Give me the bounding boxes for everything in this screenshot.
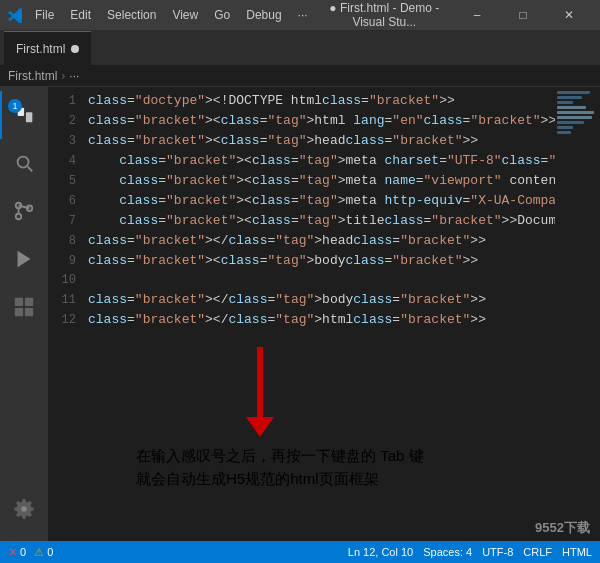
error-count[interactable]: ✕ 0	[8, 546, 26, 559]
line-content: class="bracket"></class="tag">headclass=…	[88, 231, 486, 250]
settings-button[interactable]	[0, 485, 48, 533]
code-line: 2class="bracket"><class="tag">html lang=…	[48, 111, 555, 131]
line-content: class="bracket"><class="tag">headclass="…	[88, 131, 478, 150]
spaces-text: Spaces: 4	[423, 546, 472, 558]
menu-bar: File Edit Selection View Go Debug ···	[28, 6, 315, 24]
line-number: 7	[48, 212, 88, 231]
line-number: 4	[48, 152, 88, 171]
line-content: class="bracket"><class="tag">meta name="…	[88, 171, 555, 190]
language-text: HTML	[562, 546, 592, 558]
line-number: 10	[48, 271, 88, 290]
code-line: 1class="doctype"><!DOCTYPE htmlclass="br…	[48, 91, 555, 111]
debug-button[interactable]	[0, 235, 48, 283]
menu-file[interactable]: File	[28, 6, 61, 24]
line-number: 5	[48, 172, 88, 191]
svg-point-2	[18, 157, 29, 168]
line-number: 8	[48, 232, 88, 251]
editor-area[interactable]: 1class="doctype"><!DOCTYPE htmlclass="br…	[48, 87, 555, 541]
svg-line-3	[28, 167, 33, 172]
line-content: class="bracket"><class="tag">meta charse…	[88, 151, 555, 170]
error-icon: ✕	[8, 546, 17, 559]
position-text: Ln 12, Col 10	[348, 546, 413, 558]
error-number: 0	[20, 546, 26, 558]
code-line: 3class="bracket"><class="tag">headclass=…	[48, 131, 555, 151]
svg-rect-1	[26, 112, 32, 122]
mini-line	[557, 126, 573, 129]
menu-selection[interactable]: Selection	[100, 6, 163, 24]
menu-more[interactable]: ···	[291, 6, 315, 24]
code-line: 5 class="bracket"><class="tag">meta name…	[48, 171, 555, 191]
line-number: 3	[48, 132, 88, 151]
encoding-info[interactable]: UTF-8	[482, 546, 513, 558]
arrow-shaft	[257, 347, 263, 417]
cursor-position[interactable]: Ln 12, Col 10	[348, 546, 413, 558]
line-ending-info[interactable]: CRLF	[523, 546, 552, 558]
line-content: class="bracket"><class="tag">meta http-e…	[88, 191, 555, 210]
line-number: 11	[48, 291, 88, 310]
svg-rect-12	[15, 308, 23, 316]
close-button[interactable]: ✕	[546, 0, 592, 30]
line-content: class="bracket"></class="tag">bodyclass=…	[88, 290, 486, 309]
breadcrumb-separator: ›	[61, 69, 65, 83]
line-number: 9	[48, 252, 88, 271]
explorer-button[interactable]: 1	[0, 91, 48, 139]
line-content: class="bracket"><class="tag">titleclass=…	[88, 211, 555, 230]
minimize-button[interactable]: –	[454, 0, 500, 30]
menu-view[interactable]: View	[165, 6, 205, 24]
language-info[interactable]: HTML	[562, 546, 592, 558]
app-icon-area	[8, 7, 24, 23]
maximize-button[interactable]: □	[500, 0, 546, 30]
line-ending-text: CRLF	[523, 546, 552, 558]
code-line: 9class="bracket"><class="tag">bodyclass=…	[48, 251, 555, 271]
warning-icon: ⚠	[34, 546, 44, 559]
encoding-text: UTF-8	[482, 546, 513, 558]
status-left: ✕ 0 ⚠ 0	[8, 546, 53, 559]
menu-debug[interactable]: Debug	[239, 6, 288, 24]
code-line: 6 class="bracket"><class="tag">meta http…	[48, 191, 555, 211]
window-controls: – □ ✕	[454, 0, 592, 30]
code-line: 8class="bracket"></class="tag">headclass…	[48, 231, 555, 251]
code-line: 4 class="bracket"><class="tag">meta char…	[48, 151, 555, 171]
search-button[interactable]	[0, 139, 48, 187]
minimap-content	[555, 87, 600, 138]
tab-first-html[interactable]: First.html	[4, 31, 91, 65]
line-content: class="bracket"><class="tag">bodyclass="…	[88, 251, 478, 270]
menu-go[interactable]: Go	[207, 6, 237, 24]
arrow-head	[246, 417, 274, 437]
warning-count[interactable]: ⚠ 0	[34, 546, 53, 559]
mini-line	[557, 121, 584, 124]
mini-line	[557, 111, 594, 114]
status-right: Ln 12, Col 10 Spaces: 4 UTF-8 CRLF HTML	[348, 546, 592, 558]
line-content: class="bracket"></class="tag">htmlclass=…	[88, 310, 486, 329]
line-number: 6	[48, 192, 88, 211]
annotation-overlay: 在输入感叹号之后，再按一下键盘的 Tab 键 就会自动生成H5规范的html页面…	[96, 347, 424, 490]
breadcrumb: First.html › ···	[0, 65, 600, 87]
mini-line	[557, 91, 590, 94]
mini-line	[557, 131, 571, 134]
mini-line	[557, 101, 573, 104]
warning-number: 0	[47, 546, 53, 558]
minimap	[555, 87, 600, 541]
window-title: ● First.html - Demo - Visual Stu...	[315, 1, 454, 29]
annotation-text: 在输入感叹号之后，再按一下键盘的 Tab 键 就会自动生成H5规范的html页面…	[136, 445, 424, 490]
line-number: 2	[48, 112, 88, 131]
code-line: 7 class="bracket"><class="tag">titleclas…	[48, 211, 555, 231]
activity-bar: 1	[0, 87, 48, 541]
title-bar: File Edit Selection View Go Debug ··· ● …	[0, 0, 600, 30]
breadcrumb-file[interactable]: First.html	[8, 69, 57, 83]
indent-info[interactable]: Spaces: 4	[423, 546, 472, 558]
breadcrumb-more[interactable]: ···	[69, 69, 79, 83]
line-content: class="bracket"><class="tag">html lang="…	[88, 111, 555, 130]
annotation-line1: 在输入感叹号之后，再按一下键盘的 Tab 键	[136, 445, 424, 468]
main-area: 1	[0, 87, 600, 541]
menu-edit[interactable]: Edit	[63, 6, 98, 24]
source-control-button[interactable]	[0, 187, 48, 235]
mini-line	[557, 106, 586, 109]
code-line: 10	[48, 271, 555, 290]
extensions-button[interactable]	[0, 283, 48, 331]
status-bar: ✕ 0 ⚠ 0 Ln 12, Col 10 Spaces: 4 UTF-8 CR…	[0, 541, 600, 563]
line-content: class="doctype"><!DOCTYPE htmlclass="bra…	[88, 91, 455, 110]
tab-bar: First.html	[0, 30, 600, 65]
code-line: 11class="bracket"></class="tag">bodyclas…	[48, 290, 555, 310]
mini-line	[557, 116, 592, 119]
